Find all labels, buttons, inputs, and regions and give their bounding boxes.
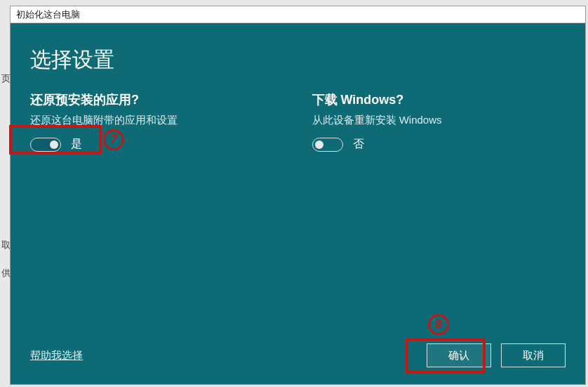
option-restore-apps: 还原预安装的应用? 还原这台电脑附带的应用和设置 是: [30, 91, 284, 152]
toggle-row-download: 否: [312, 137, 566, 152]
dialog-content: 选择设置 还原预安装的应用? 还原这台电脑附带的应用和设置 是 下载 Windo…: [11, 23, 585, 384]
confirm-button[interactable]: 确认: [427, 343, 491, 367]
download-windows-state: 否: [353, 137, 364, 152]
toggle-knob-icon: [315, 140, 323, 149]
window-title: 初始化这台电脑: [11, 6, 585, 23]
download-windows-toggle[interactable]: [312, 138, 343, 152]
footer: 帮助我选择 确认 取消: [30, 343, 566, 367]
page-heading: 选择设置: [30, 46, 566, 74]
button-row: 确认 取消: [427, 343, 566, 367]
options-row: 还原预安装的应用? 还原这台电脑附带的应用和设置 是 下载 Windows? 从…: [30, 91, 566, 152]
option-download-windows-desc: 从此设备重新安装 Windows: [312, 114, 566, 127]
option-download-windows-title: 下载 Windows?: [312, 91, 566, 108]
cancel-button[interactable]: 取消: [501, 343, 566, 367]
toggle-row-restore: 是: [30, 137, 284, 152]
dialog-window: 初始化这台电脑 选择设置 还原预安装的应用? 还原这台电脑附带的应用和设置 是 …: [10, 6, 586, 385]
restore-apps-toggle[interactable]: [30, 138, 61, 152]
annotation-number-8: 8: [428, 314, 449, 335]
help-link[interactable]: 帮助我选择: [30, 349, 83, 362]
option-restore-apps-title: 还原预安装的应用?: [30, 91, 284, 108]
option-download-windows: 下载 Windows? 从此设备重新安装 Windows 否: [312, 91, 566, 152]
toggle-knob-icon: [50, 140, 58, 149]
restore-apps-state: 是: [71, 137, 82, 152]
option-restore-apps-desc: 还原这台电脑附带的应用和设置: [30, 114, 284, 127]
